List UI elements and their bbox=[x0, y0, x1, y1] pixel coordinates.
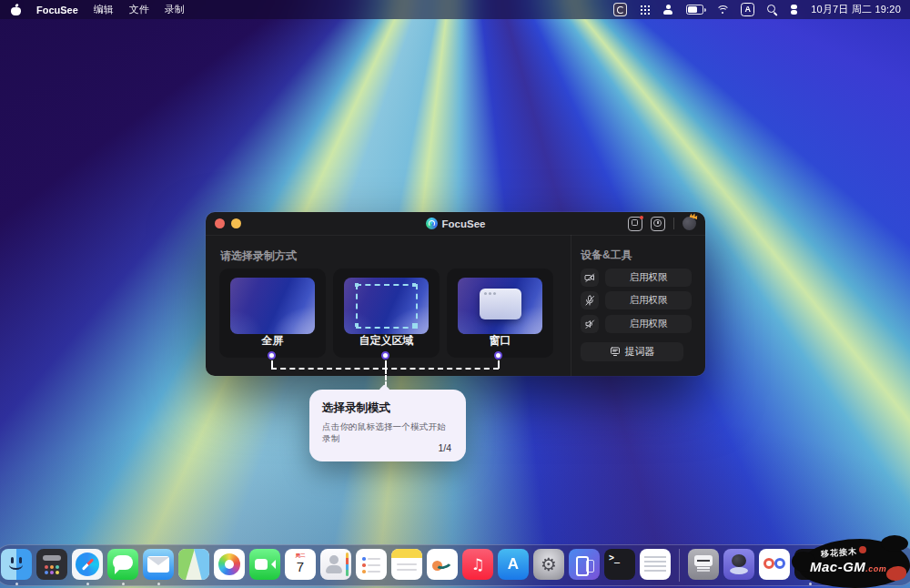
dock: 周二7 ♫ A ⚙ >_ bbox=[0, 544, 910, 586]
mode-label: 自定义区域 bbox=[333, 333, 440, 349]
dock-photos[interactable] bbox=[214, 545, 245, 585]
messages-icon bbox=[107, 549, 138, 580]
dock-calendar[interactable]: 周二7 bbox=[285, 545, 316, 585]
facetime-icon bbox=[249, 549, 280, 580]
dock-reminders[interactable] bbox=[356, 545, 387, 585]
dock-mail[interactable] bbox=[143, 545, 174, 585]
mode-card-window[interactable]: 窗口 bbox=[447, 269, 553, 358]
recordings-icon[interactable] bbox=[628, 217, 642, 231]
running-indicator bbox=[86, 583, 89, 585]
teleprompter-button[interactable]: 提词器 bbox=[581, 342, 683, 361]
mode-card-custom-area[interactable]: 自定义区域 bbox=[333, 269, 440, 358]
dock-safari[interactable] bbox=[72, 545, 103, 585]
teleprompter-icon bbox=[610, 346, 621, 357]
terminal-icon: >_ bbox=[604, 549, 635, 580]
mic-off-icon[interactable] bbox=[581, 291, 599, 309]
tooltip-description: 点击你的鼠标选择一个模式开始录制 bbox=[309, 416, 466, 445]
finder-icon bbox=[1, 549, 32, 580]
dock-system-settings[interactable]: ⚙ bbox=[533, 545, 564, 585]
connector-dot bbox=[381, 351, 389, 360]
window-mode-thumbnail bbox=[458, 278, 542, 334]
enable-mic-permission-button[interactable]: 启用权限 bbox=[605, 291, 692, 309]
menu-edit[interactable]: 编辑 bbox=[94, 3, 114, 16]
dock-textedit[interactable] bbox=[640, 545, 671, 585]
account-avatar[interactable] bbox=[682, 217, 696, 230]
search-icon[interactable] bbox=[767, 5, 778, 15]
dock-terminal[interactable]: >_ bbox=[604, 545, 635, 585]
launchpad-icon bbox=[36, 549, 67, 580]
running-indicator bbox=[122, 583, 125, 585]
dock-app-store[interactable]: A bbox=[498, 545, 529, 585]
menu-clock[interactable]: 10月7日 周二 19:20 bbox=[811, 3, 901, 16]
mode-label: 全屏 bbox=[219, 333, 326, 349]
connector-dot bbox=[494, 351, 502, 360]
focusee-logo-icon bbox=[426, 218, 438, 229]
menu-file[interactable]: 文件 bbox=[129, 3, 149, 16]
dock-maps[interactable] bbox=[178, 545, 209, 585]
mode-prompt: 请选择录制方式 bbox=[220, 248, 297, 264]
desktop: FocuSee 编辑 文件 录制 A 10月7日 周二 19:20 FocuSe… bbox=[0, 0, 910, 588]
focusee-status-icon[interactable] bbox=[613, 3, 627, 16]
control-center-icon[interactable] bbox=[791, 5, 798, 15]
safari-icon bbox=[72, 549, 103, 580]
fullscreen-thumbnail bbox=[230, 278, 315, 334]
dock-messages[interactable] bbox=[107, 545, 138, 585]
watermark: 移花接木 Mac-GM.com bbox=[799, 539, 910, 588]
onboarding-tooltip: 选择录制模式 点击你的鼠标选择一个模式开始录制 1/4 bbox=[309, 390, 466, 461]
running-indicator bbox=[15, 583, 18, 585]
focusee-window: FocuSee 请选择录制方式 全屏 自定义区域 bbox=[206, 212, 705, 376]
dock-music[interactable]: ♫ bbox=[462, 545, 493, 585]
running-indicator bbox=[157, 583, 160, 585]
speaker-off-icon[interactable] bbox=[581, 315, 599, 333]
dock-notes[interactable] bbox=[391, 545, 422, 585]
enable-audio-permission-button[interactable]: 启用权限 bbox=[605, 315, 692, 333]
tooltip-title: 选择录制模式 bbox=[309, 390, 466, 416]
menu-bar: FocuSee 编辑 文件 录制 A 10月7日 周二 19:20 bbox=[0, 0, 910, 19]
freeform-icon bbox=[427, 549, 458, 580]
iphone-mirroring-icon bbox=[569, 549, 600, 580]
settings-gear-icon: ⚙ bbox=[533, 549, 564, 580]
selection-rectangle bbox=[356, 284, 418, 329]
calendar-icon: 周二7 bbox=[285, 549, 316, 580]
dock-rings-app[interactable] bbox=[759, 545, 790, 585]
dock-divider bbox=[679, 549, 680, 582]
tooltip-step-counter: 1/4 bbox=[438, 442, 451, 453]
dock-contacts[interactable] bbox=[320, 545, 351, 585]
apple-menu-icon[interactable] bbox=[11, 5, 21, 15]
mode-card-fullscreen[interactable]: 全屏 bbox=[219, 269, 326, 358]
watermark-site: Mac-GM.com bbox=[810, 559, 886, 574]
menu-record[interactable]: 录制 bbox=[165, 3, 185, 16]
connector-dot bbox=[268, 351, 276, 360]
dock-freeform[interactable] bbox=[427, 545, 458, 585]
menu-app-name[interactable]: FocuSee bbox=[36, 5, 78, 15]
dock-finder[interactable] bbox=[1, 545, 32, 585]
dock-launchpad[interactable] bbox=[36, 545, 67, 585]
battery-icon[interactable] bbox=[686, 5, 703, 15]
tools-title: 设备&工具 bbox=[581, 248, 692, 263]
custom-area-thumbnail bbox=[344, 278, 429, 334]
robot-app-icon bbox=[723, 549, 754, 580]
enable-camera-permission-button[interactable]: 启用权限 bbox=[605, 269, 692, 287]
camera-off-icon[interactable] bbox=[581, 269, 599, 287]
mini-window-shape bbox=[480, 289, 521, 319]
wifi-icon[interactable] bbox=[716, 5, 728, 15]
textedit-icon bbox=[640, 549, 671, 580]
photos-icon bbox=[214, 549, 245, 580]
red-badge bbox=[640, 216, 644, 220]
user-icon[interactable] bbox=[662, 5, 673, 15]
dock-facetime[interactable] bbox=[249, 545, 280, 585]
watermark-text: 移花接木 bbox=[821, 546, 858, 561]
grid-icon[interactable] bbox=[640, 5, 650, 15]
input-source-icon[interactable]: A bbox=[741, 3, 754, 16]
window-titlebar[interactable]: FocuSee bbox=[206, 212, 705, 236]
dock-iphone-mirroring[interactable] bbox=[569, 545, 600, 585]
notes-icon bbox=[391, 549, 422, 580]
close-button[interactable] bbox=[215, 218, 225, 228]
rings-app-icon bbox=[759, 549, 790, 580]
calendar-weekday: 周二 bbox=[285, 553, 316, 559]
minimize-button[interactable] bbox=[231, 218, 241, 228]
dock-assistant-app[interactable] bbox=[723, 545, 754, 585]
mail-icon bbox=[143, 549, 174, 580]
history-icon[interactable] bbox=[651, 217, 665, 231]
dock-appcleaner[interactable] bbox=[688, 545, 719, 585]
